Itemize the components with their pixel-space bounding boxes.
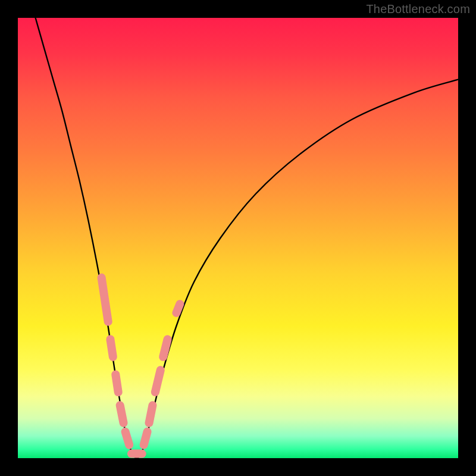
chart-svg xyxy=(18,18,458,458)
marker-left-band-5 xyxy=(126,432,130,445)
marker-left-band-2 xyxy=(110,339,112,357)
marker-left-band-1 xyxy=(102,278,108,322)
chart-plot-area xyxy=(18,18,458,458)
marker-right-band-2 xyxy=(149,405,153,423)
bottleneck-curve-path xyxy=(36,18,458,458)
marker-right-band-1 xyxy=(144,432,148,445)
marker-left-band-3 xyxy=(115,374,118,392)
marker-left-band-4 xyxy=(120,405,124,423)
markers-group xyxy=(102,278,180,454)
marker-right-dot xyxy=(176,304,180,313)
marker-right-band-3 xyxy=(155,370,161,392)
curve-group xyxy=(36,18,458,458)
marker-right-band-4 xyxy=(163,339,167,357)
watermark-text: TheBottleneck.com xyxy=(366,2,470,16)
chart-frame: TheBottleneck.com xyxy=(0,0,476,476)
